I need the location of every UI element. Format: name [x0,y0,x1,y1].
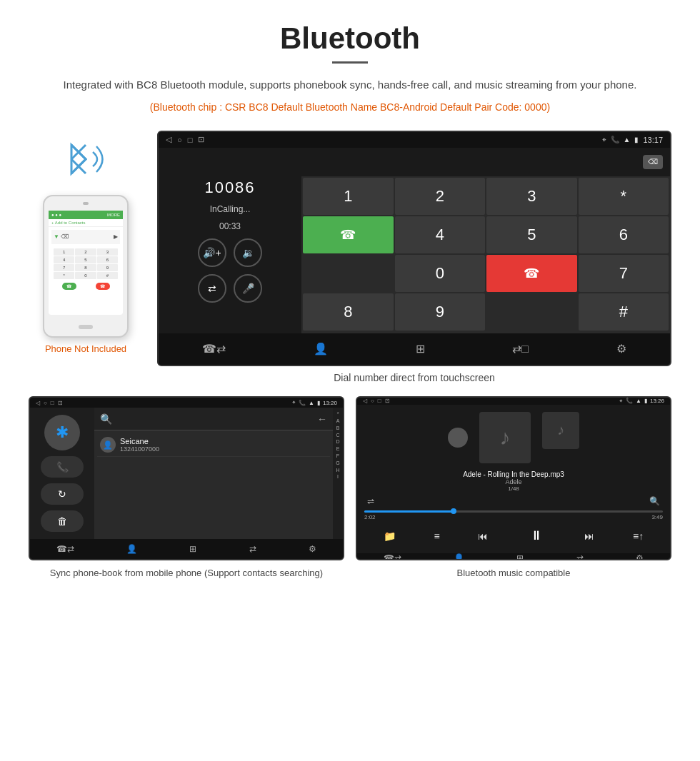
numpad-1[interactable]: 1 [303,178,394,215]
music-controls: 📁 ≡ ⏮ ⏸ ⏭ ≡↑ [364,526,663,546]
music-nav-settings[interactable]: ⚙ [636,553,644,560]
phone-camera [83,202,89,205]
page-header: Bluetooth Integrated with BC8 Bluetooth … [0,0,700,124]
nav-dialpad-icon[interactable]: ⊞ [416,342,425,356]
pb-nav-phone[interactable]: ☎⇄ [56,544,74,554]
pb-contact-number: 13241007000 [120,445,159,453]
music-dot-left [448,428,468,448]
call-answer-button[interactable]: ☎ [303,216,394,253]
music-list-icon[interactable]: ≡ [434,530,439,542]
pb-contact-item[interactable]: 👤 Seicane 13241007000 [97,433,330,457]
call-end-button[interactable]: ☎ [486,255,577,292]
music-android-screen: ◁ ○ □ ⊡ ⌖ 📞 ▲ ▮ 13:26 [356,396,671,560]
music-home-icon[interactable]: ○ [371,398,374,404]
numpad-7[interactable]: 7 [579,255,669,292]
phone-end-button[interactable]: ☎ [96,283,110,290]
backspace-button[interactable]: ⌫ [643,155,663,169]
pb-status-right: ⌖ 📞 ▲ ▮ 13:20 [292,399,337,406]
pb-call-btn[interactable]: 📞 [41,456,84,478]
volume-up-button[interactable]: 🔊+ [198,238,226,267]
numpad-hash[interactable]: # [579,293,669,331]
dial-main-content: 10086 InCalling... 00:33 🔊+ 🔉 ⇄ 🎤 [159,148,670,333]
pb-alpha-h[interactable]: H [336,467,339,474]
pb-alpha-g[interactable]: G [336,460,339,467]
dial-status-bar: ◁ ○ □ ⊡ ⌖ 📞 ▲ ▮ 13:17 [159,132,670,148]
music-note-small-icon: ♪ [557,422,564,438]
music-time-row: 2:02 3:49 [364,514,663,520]
nav-contacts-icon[interactable]: 👤 [314,342,328,356]
pb-sync-btn[interactable]: ↻ [41,483,84,505]
music-nav-transfer[interactable]: ⇄ [576,553,584,560]
pb-recents-icon[interactable]: □ [51,400,54,406]
pb-back-icon[interactable]: ◁ [36,400,40,406]
music-folder-icon[interactable]: 📁 [384,530,396,542]
pb-alpha-e[interactable]: E [336,445,340,453]
home-nav-icon[interactable]: ○ [177,136,182,144]
music-album-left [448,412,468,463]
numpad-star[interactable]: * [579,178,669,215]
bt-icon: ✱ [44,415,80,450]
mic-button[interactable]: 🎤 [234,274,262,303]
pb-nav-contacts[interactable]: 👤 [126,544,137,554]
pb-nav-grid[interactable]: ⊞ [189,544,196,554]
location-icon: ⌖ [602,136,606,144]
music-play-button[interactable]: ⏸ [526,526,546,546]
pb-delete-btn[interactable]: 🗑 [41,510,84,532]
pb-back-arrow[interactable]: ← [317,413,327,425]
music-nav-contacts[interactable]: 👤 [454,553,464,560]
numpad-6[interactable]: 6 [579,216,669,253]
music-progress-bar[interactable] [364,510,663,513]
music-caption: Bluetooth music compatible [356,566,671,580]
nav-settings-icon[interactable]: ⚙ [616,342,626,356]
pb-alpha-c[interactable]: C [336,432,339,439]
transfer-button[interactable]: ⇄ [198,274,226,303]
music-back-icon[interactable]: ◁ [363,398,367,404]
pb-contact-avatar: 👤 [100,437,116,453]
dial-screen-container: ◁ ○ □ ⊡ ⌖ 📞 ▲ ▮ 13:17 10086 InCa [157,131,671,396]
recents-nav-icon[interactable]: □ [188,136,193,144]
pb-alpha-d[interactable]: D [336,438,339,445]
music-search-icon[interactable]: 🔍 [649,496,660,506]
music-battery-icon: ▮ [644,398,647,404]
phone-call-button[interactable]: ☎ [62,283,76,290]
numpad-0[interactable]: 0 [395,255,486,292]
pb-nav-settings[interactable]: ⚙ [309,544,316,554]
music-nav-grid[interactable]: ⊞ [516,553,524,560]
music-nav-phone[interactable]: ☎⇄ [384,553,401,560]
phone-home-button [79,325,93,329]
music-eq-icon[interactable]: ≡↑ [633,530,644,542]
numpad-3[interactable]: 3 [486,178,577,215]
pb-menu-icon[interactable]: ⊡ [58,400,63,406]
menu-icon[interactable]: ⊡ [198,135,204,144]
music-caption-text: Bluetooth music compatible [457,568,571,578]
numpad-8[interactable]: 8 [303,293,394,331]
numpad-4[interactable]: 4 [395,216,486,253]
nav-transfer-icon[interactable]: ⇄□ [512,342,529,356]
numpad-9[interactable]: 9 [395,293,486,331]
pb-home-icon[interactable]: ○ [44,400,47,406]
pb-alphabet-index: * A B C D E F G H I [333,408,343,539]
pb-alpha-a[interactable]: A [336,418,340,425]
music-shuffle-icon[interactable]: ⇌ [367,496,374,506]
dial-timer: 00:33 [219,221,241,231]
back-nav-icon[interactable]: ◁ [166,135,171,144]
nav-phone-icon[interactable]: ☎⇄ [202,342,226,356]
phone-numpad: 1 2 3 4 5 6 7 8 9 * 0 # [51,246,120,281]
music-next-icon[interactable]: ⏭ [584,530,594,542]
pb-alpha-f[interactable]: F [336,453,339,460]
numpad-5[interactable]: 5 [486,216,577,253]
pb-alpha-i[interactable]: I [337,473,339,480]
page-description: Integrated with BC8 Bluetooth module, su… [43,76,657,94]
pb-nav-transfer[interactable]: ⇄ [249,544,256,554]
pb-battery-icon: ▮ [317,400,320,406]
music-menu-icon[interactable]: ⊡ [385,398,390,404]
music-prev-icon[interactable]: ⏮ [478,530,488,542]
volume-down-button[interactable]: 🔉 [234,238,262,267]
music-album-art-next: ♪ [542,412,579,449]
pb-alpha-b[interactable]: B [336,425,340,432]
numpad-2[interactable]: 2 [395,178,486,215]
pb-alpha-star[interactable]: * [337,410,339,418]
music-time-total: 3:49 [651,514,663,520]
music-recents-icon[interactable]: □ [378,398,381,404]
music-wifi-icon: ▲ [636,398,641,404]
